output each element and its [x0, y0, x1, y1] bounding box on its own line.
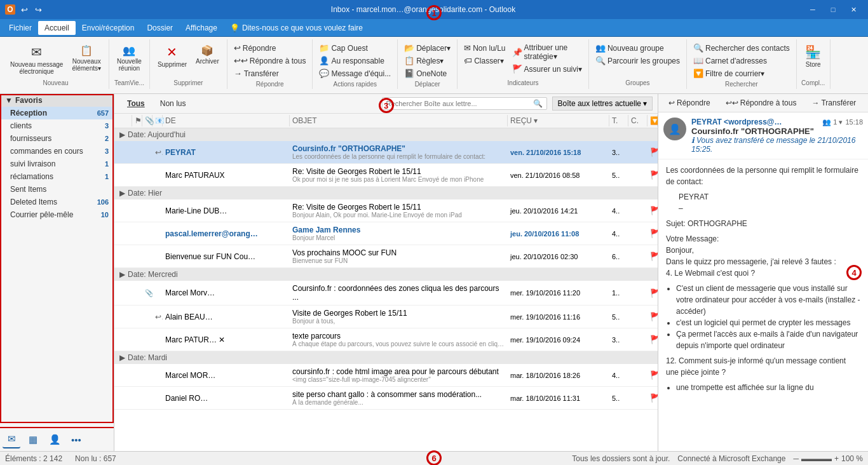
date-group-hier[interactable]: ▶ Date: Hier — [114, 187, 658, 199]
carnet-adresses-btn[interactable]: 📖 Carnet d'adresses — [691, 55, 792, 67]
table-row[interactable]: Daniel RO… site perso chant gallo : à co… — [114, 387, 658, 410]
table-row[interactable]: Marc PATUR… ✕ texte parcours À chaque ét… — [114, 328, 658, 351]
table-row[interactable]: Marc PATURAUX Re: Visite de Georges Robe… — [114, 164, 658, 187]
zoom-slider[interactable]: ▬▬▬▬ — [801, 454, 832, 463]
reply-btn[interactable]: ↩ Répondre — [231, 42, 309, 54]
col-from[interactable]: DE — [163, 115, 290, 126]
email-flag[interactable]: 🚩 — [648, 250, 658, 262]
date-group-aujourdhui[interactable]: ▶ Date: Aujourd'hui — [114, 128, 658, 141]
undo-btn[interactable]: ↩ — [19, 4, 29, 15]
sidebar-item-fournisseurs[interactable]: fournisseurs 2 — [0, 132, 114, 145]
email-size: 3.. — [609, 147, 628, 158]
search-box[interactable]: 🔍 — [382, 97, 547, 110]
email-subject-col: Visite de Georges Robert le 15/11 Bonjou… — [290, 307, 508, 326]
email-flag[interactable]: 🚩 — [648, 146, 658, 158]
rechercher-contacts-btn[interactable]: 🔍 Rechercher des contacts — [691, 42, 792, 54]
redo-btn[interactable]: ↪ — [33, 4, 43, 15]
zoom-increase-btn[interactable]: + — [834, 454, 839, 463]
col-size[interactable]: T. — [609, 115, 628, 126]
col-subject[interactable]: OBJET — [290, 115, 508, 126]
sidebar-item-sent[interactable]: Sent Items — [0, 183, 114, 196]
sidebar-item-deleted[interactable]: Deleted Items 106 — [0, 196, 114, 208]
rechercher-contacts-icon: 🔍 — [693, 43, 703, 53]
date-group-mardi[interactable]: ▶ Date: Mardi — [114, 351, 658, 364]
table-row[interactable]: ↩ Alain BEAU… Visite de Georges Robert l… — [114, 306, 658, 328]
col-received[interactable]: REÇU ▾ — [508, 115, 609, 126]
email-flag[interactable]: 🚩 — [648, 169, 658, 181]
new-items-btn[interactable]: 📋 Nouveauxéléments▾ — [68, 42, 105, 74]
regles-btn[interactable]: 📋 Règles▾ — [402, 55, 453, 67]
reading-reply-all-btn[interactable]: ↩↩ Répondre à tous — [721, 97, 802, 109]
table-row[interactable]: Marcel MOR… coursinfo.fr : code html ima… — [114, 364, 658, 387]
email-flag[interactable]: 🚩 — [648, 369, 658, 381]
menu-ask[interactable]: 💡 Dites-nous ce que vous voulez faire — [230, 24, 363, 32]
email-flag[interactable]: 🚩 — [648, 392, 658, 404]
non-lu-btn[interactable]: ✉ Non lu/Lu — [461, 42, 508, 54]
email-flag[interactable]: 🚩 — [648, 287, 658, 299]
email-sender: Daniel RO… — [165, 394, 287, 403]
email-flag[interactable]: 🚩 — [648, 311, 658, 323]
menu-accueil[interactable]: Accueil — [38, 21, 76, 35]
onenote-btn[interactable]: 📓 OneNote — [402, 67, 453, 79]
filtre-courrier-btn[interactable]: 🔽 Filtre de courrier▾ — [691, 67, 792, 79]
minimize-btn[interactable]: ─ — [803, 0, 822, 19]
sidebar-item-clients[interactable]: clients 3 — [0, 119, 114, 132]
message-equipe-btn[interactable]: 💬 Message d'équi... — [316, 67, 393, 79]
email-preview: Bienvenue sur FUN — [292, 257, 505, 264]
new-meeting-btn[interactable]: 👥 Nouvelleréunion — [113, 42, 146, 74]
close-btn[interactable]: ✕ — [844, 0, 863, 19]
date-group-mercredi[interactable]: ▶ Date: Mercredi — [114, 268, 658, 281]
cap-ouest-btn[interactable]: 📁 Cap Ouest — [316, 42, 393, 54]
assurer-btn[interactable]: 🚩 Assurer un suivi▾ — [510, 63, 585, 75]
maximize-btn[interactable]: □ — [824, 0, 843, 19]
menu-dossier[interactable]: Dossier — [140, 21, 179, 35]
table-row[interactable]: ↩ PEYRAT Coursinfo.fr "ORTHOGRAPHE" Les … — [114, 141, 658, 164]
sidebar-item-suivi[interactable]: suivi livraison 1 — [0, 158, 114, 170]
attribuer-btn[interactable]: 📌 Attribuer unestratégie▾ — [510, 42, 585, 62]
tab-non-lus[interactable]: Non lus — [153, 97, 194, 110]
mail-nav-btn[interactable]: ✉ — [3, 431, 20, 448]
sidebar-item-commandes[interactable]: commandes en cours 3 — [0, 145, 114, 158]
reply-all-btn[interactable]: ↩↩ Répondre à tous — [231, 55, 309, 67]
table-row[interactable]: pascal.lemerrer@orang… Game Jam Rennes B… — [114, 222, 658, 245]
menubar: Fichier Accueil Envoi/réception Dossier … — [0, 19, 868, 37]
menu-envoi[interactable]: Envoi/réception — [76, 21, 141, 35]
table-row[interactable]: Bienvenue sur FUN Cou… Vos prochains MOO… — [114, 245, 658, 268]
email-checkbox[interactable] — [114, 174, 132, 177]
favorites-header[interactable]: ▼ Favoris — [0, 94, 114, 107]
reading-forward-btn[interactable]: → Transférer — [806, 97, 861, 109]
table-row[interactable]: 📎 Marcel Morv… Coursinfo.fr : coordonnée… — [114, 281, 658, 306]
new-email-btn[interactable]: ✉ Nouveau messageélectronique — [6, 42, 67, 78]
sidebar-item-reclamations[interactable]: réclamations 1 — [0, 170, 114, 183]
courrier-count: 10 — [101, 211, 109, 219]
deplacer-btn[interactable]: 📂 Déplacer▾ — [402, 42, 453, 54]
menu-fichier[interactable]: Fichier — [3, 21, 38, 35]
sidebar-item-courrier[interactable]: Courrier pêle-mêle 10 — [0, 208, 114, 221]
scope-btn[interactable]: Boîte aux lettres actuelle ▾ — [552, 97, 653, 111]
email-flag[interactable]: 🚩 — [648, 334, 658, 346]
parcourir-groupes-btn[interactable]: 🔍 Parcourir les groupes — [593, 55, 682, 67]
calendar-nav-btn[interactable]: ▦ — [24, 431, 42, 448]
reading-reply-btn[interactable]: ↩ Répondre — [663, 97, 715, 109]
sidebar-item-reception[interactable]: Réception 657 — [0, 107, 114, 119]
nouveau-groupe-btn[interactable]: 👥 Nouveau groupe — [593, 42, 682, 54]
tab-tous[interactable]: Tous — [119, 97, 153, 110]
email-flag[interactable]: 🚩 — [648, 227, 658, 239]
archive-btn[interactable]: 📦 Archiver — [192, 42, 223, 67]
people-nav-btn[interactable]: 👤 — [46, 431, 64, 448]
forward-btn[interactable]: → Transférer — [231, 67, 309, 79]
email-checkbox[interactable] — [114, 151, 132, 154]
menu-affichage[interactable]: Affichage — [179, 21, 224, 35]
more-nav-btn[interactable]: ••• — [67, 431, 85, 448]
classer-btn[interactable]: 🏷 Classer▾ — [461, 55, 508, 67]
email-size: 3.. — [609, 335, 628, 345]
zoom-decrease-btn[interactable]: ─ — [793, 454, 799, 463]
table-row[interactable]: Marie-Line DUB… Re: Visite de Georges Ro… — [114, 199, 658, 222]
col-cat[interactable]: C. — [628, 115, 648, 126]
email-flag[interactable]: 🚩 — [648, 205, 658, 217]
au-responsable-btn[interactable]: 👤 Au responsable — [316, 55, 393, 67]
search-input[interactable] — [386, 100, 533, 107]
store-btn[interactable]: 🏪 Store — [801, 42, 826, 71]
delete-btn[interactable]: ✕ Supprimer — [154, 42, 191, 71]
col-importance[interactable]: ⚑ — [132, 115, 142, 126]
